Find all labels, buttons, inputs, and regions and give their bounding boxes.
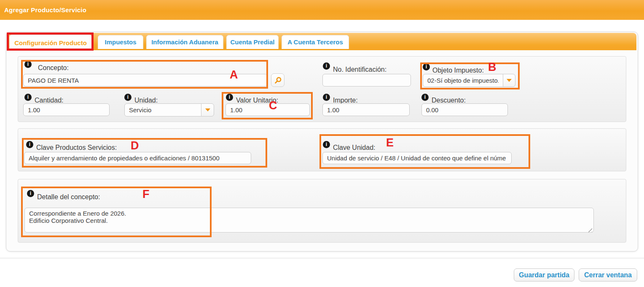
objeto-impuesto-label: Objeto Impuesto: [432, 67, 484, 74]
importe-input[interactable] [322, 103, 410, 116]
window-titlebar: Agregar Producto/Servicio [0, 0, 644, 20]
tab-informacion-aduanera[interactable]: Información Aduanera [146, 35, 223, 49]
chevron-down-icon [507, 79, 512, 82]
clave-productos-servicios-input[interactable] [24, 152, 251, 164]
info-icon[interactable] [24, 94, 32, 101]
unidad-dropdown-button[interactable] [201, 103, 214, 116]
objeto-impuesto-dropdown-button[interactable] [503, 74, 515, 87]
clave-unidad-label: Clave Unidad: [333, 144, 376, 152]
info-icon[interactable] [27, 190, 34, 197]
guardar-partida-button[interactable]: Guardar partida [514, 268, 574, 282]
tab-impuestos[interactable]: Impuestos [98, 35, 143, 49]
info-icon[interactable] [323, 62, 330, 70]
objeto-impuesto-input[interactable] [423, 74, 503, 87]
tab-configuracion-producto[interactable]: Configuración Producto [9, 35, 92, 50]
tab-label: Cuenta Predial [227, 35, 278, 49]
unidad-input[interactable] [124, 103, 201, 116]
no-identificacion-label: No. Identificación: [333, 66, 386, 73]
detalle-concepto-label: Detalle del concepto: [37, 193, 100, 201]
detalle-concepto-textarea[interactable]: Correspondiente a Enero de 2026. Edifici… [24, 208, 594, 233]
concepto-label: Concepto: [38, 64, 69, 72]
info-icon[interactable] [26, 141, 33, 148]
info-icon[interactable] [124, 94, 131, 101]
window-title: Agregar Producto/Servicio [0, 6, 86, 14]
tab-label: A Cuenta Terceros [282, 35, 349, 49]
add-product-service-window: Agregar Producto/Servicio Configuración … [0, 0, 644, 287]
info-icon[interactable] [24, 61, 32, 68]
tab-label: Información Aduanera [147, 35, 223, 49]
search-icon [274, 76, 282, 84]
valor-unitario-input[interactable] [225, 103, 310, 116]
info-icon[interactable] [423, 63, 430, 70]
tab-a-cuenta-terceros[interactable]: A Cuenta Terceros [282, 35, 349, 49]
cerrar-ventana-button[interactable]: Cerrar ventana [579, 268, 637, 282]
tab-label: Impuestos [98, 35, 143, 49]
chevron-down-icon [205, 108, 210, 111]
no-identificacion-input[interactable] [322, 74, 411, 87]
tab-cuenta-predial[interactable]: Cuenta Predial [226, 35, 279, 49]
footer-divider [0, 258, 644, 258]
cantidad-input[interactable] [23, 103, 110, 116]
info-icon[interactable] [226, 94, 233, 101]
tab-label: Configuración Producto [10, 35, 91, 51]
clave-unidad-input[interactable] [322, 152, 512, 164]
info-icon[interactable] [421, 94, 429, 101]
info-icon[interactable] [323, 141, 330, 148]
concepto-input[interactable] [23, 74, 268, 87]
info-icon[interactable] [323, 94, 330, 101]
clave-productos-servicios-label: Clave Productos Servicios: [36, 144, 117, 152]
search-button[interactable] [271, 73, 284, 87]
descuento-input[interactable] [421, 103, 508, 116]
